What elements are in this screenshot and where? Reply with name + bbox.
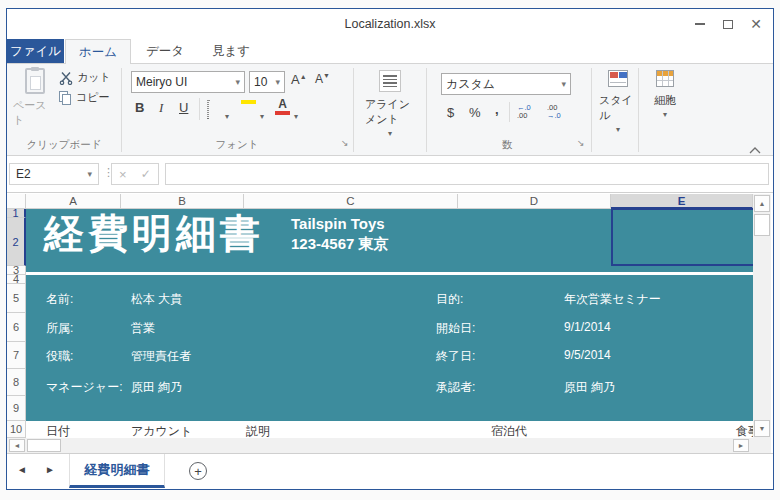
column-header-e[interactable]: E: [611, 194, 753, 209]
row-header-1[interactable]: 1: [7, 209, 26, 218]
field-value: 原田 絢乃: [564, 379, 615, 396]
group-separator: [353, 68, 354, 152]
row-header-9[interactable]: 9: [7, 396, 26, 421]
decrease-decimal-button[interactable]: .00 →.0: [547, 104, 561, 120]
vertical-scrollbar[interactable]: ▲ ▼: [753, 194, 771, 438]
clipboard-group-label: クリップボード: [17, 138, 111, 152]
copy-icon: [59, 91, 72, 105]
down-arrow-icon: ▼: [323, 72, 330, 79]
scroll-down-button[interactable]: ▼: [754, 420, 770, 437]
sheet-nav-prev-icon[interactable]: ◄: [17, 464, 27, 475]
row-header-7[interactable]: 7: [7, 342, 26, 369]
row-header-5[interactable]: 5: [7, 284, 26, 313]
row-header-10[interactable]: 10: [7, 421, 26, 438]
maximize-button[interactable]: [717, 15, 739, 33]
row-header-3[interactable]: 3: [7, 266, 26, 275]
cancel-entry-icon[interactable]: ×: [119, 167, 127, 182]
cells-label: 細胞: [654, 93, 676, 108]
column-header-d[interactable]: D: [458, 194, 611, 209]
chevron-down-icon: ▾: [616, 125, 620, 134]
select-all-corner[interactable]: [7, 194, 26, 209]
copy-button[interactable]: コピー: [59, 90, 110, 105]
shrink-font-icon: A: [315, 72, 323, 86]
comma-button[interactable]: ,: [495, 102, 499, 117]
scissors-icon: [59, 71, 73, 85]
sheet-tab-expense-report[interactable]: 経費明細書: [69, 454, 165, 488]
tab-file[interactable]: ファイル: [7, 39, 64, 63]
row-header-6[interactable]: 6: [7, 313, 26, 342]
currency-button[interactable]: $: [447, 105, 454, 120]
chevron-down-icon: ▾: [235, 77, 240, 87]
title-bar: Localization.xlsx ✕: [7, 9, 773, 39]
window-title: Localization.xlsx: [7, 17, 773, 31]
column-header-c[interactable]: C: [244, 194, 458, 209]
scrollbar-corner: [753, 438, 771, 453]
tab-view[interactable]: 見ます: [201, 39, 261, 63]
tab-data[interactable]: データ: [138, 39, 192, 63]
horizontal-scrollbar[interactable]: ◄ ►: [7, 438, 753, 453]
column-header-a[interactable]: A: [26, 194, 121, 209]
font-size-value: 10: [254, 75, 267, 89]
alignment-button[interactable]: アラインメント ▾: [365, 70, 415, 138]
row-header-8[interactable]: 8: [7, 369, 26, 396]
font-size-select[interactable]: 10▾: [249, 71, 285, 93]
expense-report-header-area[interactable]: 経費明細書 Tailspin Toys 123-4567 東京 名前: 松本 大…: [26, 209, 753, 421]
fill-color-button[interactable]: [241, 99, 256, 104]
formula-input[interactable]: [165, 163, 769, 185]
scroll-up-button[interactable]: ▲: [754, 195, 770, 212]
name-box[interactable]: E2 ▾: [9, 163, 99, 185]
collapse-ribbon-button[interactable]: [749, 140, 761, 158]
field-label: 名前:: [46, 291, 73, 308]
percent-button[interactable]: %: [469, 105, 481, 120]
font-family-select[interactable]: Meiryo UI▾: [131, 71, 245, 93]
bold-button[interactable]: B: [135, 100, 144, 115]
underline-button[interactable]: U: [179, 100, 188, 115]
field-label: マネージャー:: [46, 379, 122, 396]
down-arrow-icon: ▼: [759, 425, 766, 432]
font-color-button[interactable]: A: [275, 98, 290, 115]
styles-button[interactable]: スタイル ▾: [599, 70, 637, 134]
number-format-select[interactable]: カスタム▾: [441, 73, 571, 95]
up-arrow-icon: ▲: [300, 73, 307, 80]
field-label: 役職:: [46, 348, 73, 365]
scroll-right-button[interactable]: ►: [733, 439, 749, 452]
fill-color-dropdown[interactable]: ▾: [260, 105, 264, 123]
close-button[interactable]: ✕: [745, 15, 767, 33]
shrink-font-button[interactable]: A▼: [315, 72, 330, 86]
group-separator: [426, 68, 427, 152]
formula-bar: E2 ▾ ⋮ × ✓: [7, 157, 773, 193]
column-header-b[interactable]: B: [121, 194, 244, 209]
horizontal-scroll-thumb[interactable]: [27, 439, 61, 452]
grow-font-button[interactable]: A▲: [291, 72, 307, 87]
divider: [509, 102, 510, 122]
sheet-nav-next-icon[interactable]: ►: [45, 464, 55, 475]
row-header-2[interactable]: 2: [7, 218, 26, 266]
cells-button[interactable]: 細胞 ▾: [647, 70, 683, 119]
field-value: 営業: [131, 320, 155, 337]
paste-icon: [25, 68, 45, 94]
font-color-dropdown[interactable]: ▾: [294, 105, 298, 123]
number-dialog-launcher[interactable]: ↘: [577, 138, 585, 148]
italic-button[interactable]: I: [159, 100, 163, 116]
borders-dropdown[interactable]: ▾: [225, 105, 229, 123]
table-header-description: 説明: [246, 423, 270, 438]
cut-button[interactable]: カット: [59, 70, 111, 85]
field-label: 目的:: [436, 291, 463, 308]
paste-button[interactable]: ペースト: [13, 68, 57, 128]
borders-button[interactable]: [207, 101, 209, 119]
number-format-value: カスタム: [446, 76, 495, 93]
company-address: 123-4567 東京: [291, 235, 389, 254]
confirm-entry-icon[interactable]: ✓: [141, 167, 151, 181]
expense-table-header-row[interactable]: 日付 アカウント 説明 宿泊代 食事代: [26, 422, 753, 438]
decrease-decimal-icon: →.0: [547, 111, 561, 120]
company-name: Tailspin Toys: [291, 215, 385, 232]
minimize-button[interactable]: [689, 15, 711, 33]
scroll-left-button[interactable]: ◄: [9, 439, 25, 452]
vertical-scroll-thumb[interactable]: [754, 214, 770, 236]
increase-decimal-button[interactable]: ←.0 .00: [517, 104, 531, 120]
tab-home[interactable]: ホーム: [65, 39, 131, 64]
table-header-account: アカウント: [131, 423, 192, 438]
row-header-4[interactable]: 4: [7, 275, 26, 284]
add-sheet-button[interactable]: +: [189, 462, 207, 480]
font-dialog-launcher[interactable]: ↘: [341, 138, 349, 148]
